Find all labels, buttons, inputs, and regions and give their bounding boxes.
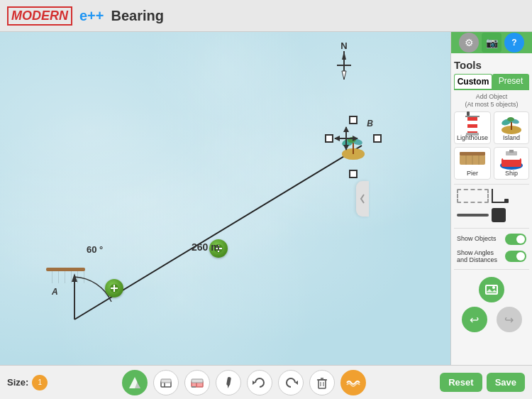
obj-pier[interactable]: Pier xyxy=(454,147,491,180)
island-icon-area xyxy=(499,114,524,134)
eraser-alt-tool-btn[interactable] xyxy=(153,370,179,395)
pier-label: Pier xyxy=(467,170,478,177)
trash-tool-btn[interactable] xyxy=(309,370,335,395)
nav-icon-2[interactable] xyxy=(105,279,123,297)
logo-bearing: Bearing xyxy=(111,8,163,24)
svg-point-49 xyxy=(492,286,495,289)
size-circle[interactable]: 1 xyxy=(32,375,48,390)
trash-icon xyxy=(315,376,329,390)
point-b-label: B xyxy=(367,119,373,129)
divider-1 xyxy=(454,184,529,185)
wave-tool-btn[interactable] xyxy=(340,370,366,395)
pier-icon xyxy=(460,152,485,168)
show-angles-knob xyxy=(516,252,525,261)
sel-handle-top[interactable] xyxy=(349,116,358,124)
svg-rect-25 xyxy=(467,111,470,116)
svg-rect-64 xyxy=(318,380,326,388)
line-color-row xyxy=(454,207,529,224)
dashed-line-selector[interactable] xyxy=(457,189,489,203)
help-icon-btn[interactable]: ? xyxy=(504,33,524,53)
sel-handle-bottom[interactable] xyxy=(349,170,358,178)
svg-marker-17 xyxy=(334,136,340,141)
obj-ship[interactable]: Ship xyxy=(494,147,529,180)
eraser-icon xyxy=(190,376,204,390)
angle-label: 60 ° xyxy=(87,244,103,255)
point-b[interactable]: B xyxy=(339,131,367,163)
wave-icon xyxy=(346,376,360,390)
undo-icon xyxy=(253,376,267,390)
svg-marker-18 xyxy=(353,136,358,141)
obj-lighthouse[interactable]: Lighthouse xyxy=(454,111,491,144)
reset-button[interactable]: Reset xyxy=(440,373,482,392)
header: MODERN e++Bearing xyxy=(0,0,532,32)
move-cross[interactable] xyxy=(333,126,359,151)
tools-tabs: Custom Preset xyxy=(454,74,529,90)
camera-icon-btn[interactable]: 📷 xyxy=(482,33,501,53)
island-label: Island xyxy=(503,134,520,141)
mountain-icon xyxy=(128,376,142,390)
eraser-alt-icon xyxy=(159,376,173,390)
size-label: Size: xyxy=(7,377,28,388)
lighthouse-icon-area xyxy=(460,114,485,134)
redo-action-button[interactable]: ↪ xyxy=(497,307,522,332)
show-objects-toggle-row: Show Objects xyxy=(454,231,529,247)
sidebar: ⚙ 📷 ? Tools Custom Preset Add Object(At … xyxy=(450,32,532,365)
svg-rect-58 xyxy=(192,379,203,383)
tab-preset[interactable]: Preset xyxy=(492,74,529,89)
solid-square-selector[interactable] xyxy=(492,208,506,222)
action-buttons xyxy=(454,273,529,307)
move-cross-svg xyxy=(333,126,359,151)
svg-rect-47 xyxy=(486,285,497,294)
canvas-area[interactable]: N xyxy=(0,32,450,365)
expand-handle[interactable] xyxy=(356,181,369,217)
expand-chevron-icon xyxy=(360,193,365,204)
divider-2 xyxy=(454,228,529,229)
show-angles-toggle-row: Show Anglesand Distances xyxy=(454,247,529,267)
line-style-row xyxy=(454,187,529,204)
gallery-icon xyxy=(484,283,499,297)
svg-marker-48 xyxy=(486,289,497,293)
sel-handle-left[interactable] xyxy=(325,134,333,143)
logo-modern: MODERN xyxy=(7,6,72,26)
ship-icon-area xyxy=(499,150,524,170)
lighthouse-icon xyxy=(464,111,481,137)
add-object-label: Add Object(At most 5 objects) xyxy=(454,93,529,109)
undo-tool-btn[interactable] xyxy=(247,370,272,395)
tools-title: Tools xyxy=(454,56,529,74)
save-button[interactable]: Save xyxy=(487,373,525,392)
settings-icon-btn[interactable]: ⚙ xyxy=(459,33,479,53)
redo-icon xyxy=(284,376,298,390)
angle-selector[interactable] xyxy=(492,189,507,203)
svg-rect-30 xyxy=(467,131,477,133)
show-objects-knob xyxy=(516,235,525,244)
svg-point-36 xyxy=(507,117,514,121)
sel-handle-right[interactable] xyxy=(373,134,382,143)
size-indicator: Size: 1 xyxy=(7,375,48,390)
mountain-tool-btn[interactable] xyxy=(122,370,148,395)
svg-rect-28 xyxy=(467,117,477,121)
svg-rect-41 xyxy=(460,152,485,155)
pen-tool-btn[interactable] xyxy=(216,370,241,395)
svg-rect-55 xyxy=(161,379,171,383)
tools-section: Tools Custom Preset Add Object(At most 5… xyxy=(451,53,532,339)
show-objects-toggle[interactable] xyxy=(505,234,526,245)
obj-island[interactable]: Island xyxy=(494,111,529,144)
tab-custom[interactable]: Custom xyxy=(454,74,492,89)
object-grid: Lighthouse Isl xyxy=(454,111,529,180)
solid-line-selector[interactable] xyxy=(457,214,489,217)
ship-label: Ship xyxy=(505,170,518,177)
island-icon xyxy=(499,114,524,134)
main-area: N xyxy=(0,32,532,365)
point-a-label: A xyxy=(52,287,58,297)
point-a[interactable]: A xyxy=(46,269,89,287)
redo-tool-btn[interactable] xyxy=(278,370,304,395)
show-angles-label: Show Anglesand Distances xyxy=(457,249,497,265)
undo-action-button[interactable]: ↩ xyxy=(462,307,487,332)
gallery-button[interactable] xyxy=(479,277,504,302)
show-angles-toggle[interactable] xyxy=(505,251,526,262)
svg-rect-29 xyxy=(467,124,477,128)
eraser-tool-btn[interactable] xyxy=(184,370,210,395)
sidebar-top-bar: ⚙ 📷 ? xyxy=(451,32,532,53)
bottom-right-buttons: Reset Save xyxy=(440,373,525,392)
svg-marker-16 xyxy=(343,145,349,151)
